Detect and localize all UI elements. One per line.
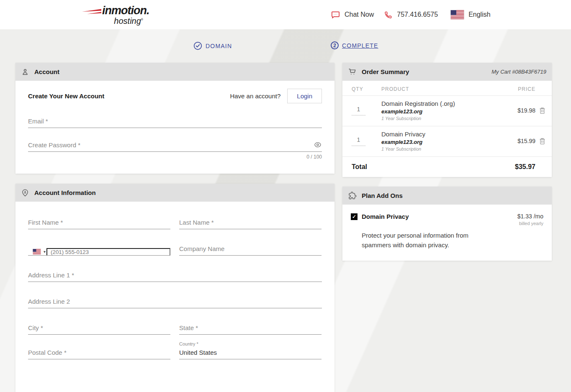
order-table-header: QTY PRODUCT PRICE [342, 81, 552, 95]
product-price: $19.98 [517, 107, 535, 114]
product-price: $15.99 [517, 138, 535, 144]
phone-icon [384, 10, 393, 19]
step-two-circle-icon: 2 [331, 41, 339, 49]
qty-column-header: QTY [342, 86, 381, 92]
phone-number: 757.416.6575 [397, 11, 438, 18]
order-summary-title: Order Summary [362, 68, 409, 75]
language-label: English [468, 11, 490, 18]
country-label: Country * [179, 341, 322, 346]
product-domain: example123.org [381, 139, 517, 145]
product-name: Domain Registration (.org) [381, 100, 517, 107]
order-summary-card: Order Summary My Cart #08B43F6719 QTY PR… [342, 63, 552, 177]
phone-country-selector[interactable]: ▾ [28, 249, 46, 254]
product-term: 1 Year Subscription [381, 146, 517, 151]
addon-name: Domain Privacy [362, 213, 517, 220]
checkout-steps: DOMAIN 2 COMPLETE [0, 29, 571, 63]
inmotion-logo[interactable]: inmotion. hosting® [82, 5, 146, 25]
company-name-field[interactable] [179, 243, 322, 256]
phone-link[interactable]: 757.416.6575 [384, 10, 438, 19]
logo-swoosh-icon [82, 8, 101, 15]
plan-addons-header: Plan Add Ons [342, 187, 552, 205]
caret-down-icon: ▾ [44, 250, 46, 254]
qty-input[interactable]: 1 [352, 136, 365, 146]
first-name-field[interactable] [28, 216, 170, 229]
account-card-header: Account [15, 63, 334, 81]
chat-bubble-icon [331, 10, 340, 20]
addon-description: Protect your personal information from s… [362, 231, 481, 250]
domain-privacy-checkbox[interactable]: ✓ [351, 213, 358, 220]
have-account-text: Have an account? [230, 92, 280, 100]
create-password-field[interactable] [28, 139, 322, 152]
password-visibility-toggle[interactable] [314, 141, 322, 149]
total-label: Total [352, 163, 515, 171]
us-flag-icon [450, 10, 464, 19]
order-summary-header: Order Summary My Cart #08B43F6719 [342, 63, 552, 81]
total-value: $35.97 [515, 163, 535, 171]
account-section-title: Account [34, 68, 59, 75]
state-field[interactable] [179, 322, 322, 335]
order-item-row: 1 Domain Privacy example123.org 1 Year S… [342, 126, 552, 156]
account-info-section-title: Account Information [34, 189, 96, 196]
password-char-counter: 0 / 100 [28, 154, 322, 160]
logo-subtitle: hosting® [82, 17, 146, 25]
addon-billing-cycle: billed yearly [517, 221, 543, 226]
person-icon [21, 68, 29, 76]
phone-flag-icon [32, 249, 41, 254]
step-domain[interactable]: DOMAIN [193, 41, 232, 50]
language-selector[interactable]: English [450, 10, 490, 19]
trash-icon [539, 138, 545, 145]
product-domain: example123.org [381, 108, 517, 115]
remove-item-button[interactable] [535, 107, 545, 114]
postal-code-field[interactable] [28, 346, 170, 359]
plan-addons-card: Plan Add Ons ✓ Domain Privacy $1.33 /mo … [342, 187, 552, 261]
step-domain-label: DOMAIN [206, 43, 232, 49]
chat-now-label: Chat Now [345, 11, 374, 18]
trash-icon [539, 107, 545, 114]
puzzle-icon [348, 191, 357, 200]
account-info-card: Account Information [15, 184, 334, 392]
login-button[interactable]: Login [287, 89, 322, 103]
account-info-card-header: Account Information [15, 184, 334, 202]
qty-input[interactable]: 1 [352, 106, 365, 115]
address-line1-field[interactable] [28, 269, 322, 282]
step-complete-label: COMPLETE [342, 42, 378, 49]
create-account-heading: Create Your New Account [28, 92, 230, 100]
check-circle-icon [193, 41, 202, 50]
person-pin-icon [21, 189, 29, 197]
cart-reference: My Cart #08B43F6719 [491, 69, 546, 75]
plan-addons-title: Plan Add Ons [362, 192, 403, 199]
chat-now-button[interactable]: Chat Now [331, 10, 374, 20]
account-card: Account Create Your New Account Have an … [15, 63, 334, 174]
product-term: 1 Year Subscription [381, 116, 517, 121]
last-name-field[interactable] [179, 216, 322, 229]
order-total-row: Total $35.97 [342, 156, 552, 177]
country-value: United States [179, 348, 322, 359]
country-select[interactable]: Country * United States [179, 341, 322, 359]
product-column-header: PRODUCT [381, 86, 518, 92]
logo-title: inmotion. [102, 5, 149, 16]
cart-icon [348, 67, 357, 76]
step-complete[interactable]: 2 COMPLETE [331, 41, 378, 49]
email-field[interactable] [28, 115, 322, 128]
remove-item-button[interactable] [535, 138, 545, 145]
product-name: Domain Privacy [381, 131, 517, 138]
address-line2-field[interactable] [28, 295, 322, 308]
top-header: inmotion. hosting® Chat Now 757.4 [0, 0, 571, 29]
addon-price: $1.33 /mo [517, 213, 543, 220]
price-column-header: PRICE [518, 86, 535, 92]
logo-registered-mark: ® [141, 18, 143, 21]
phone-field[interactable] [46, 248, 170, 255]
city-field[interactable] [28, 322, 170, 335]
order-item-row: 1 Domain Registration (.org) example123.… [342, 95, 552, 126]
